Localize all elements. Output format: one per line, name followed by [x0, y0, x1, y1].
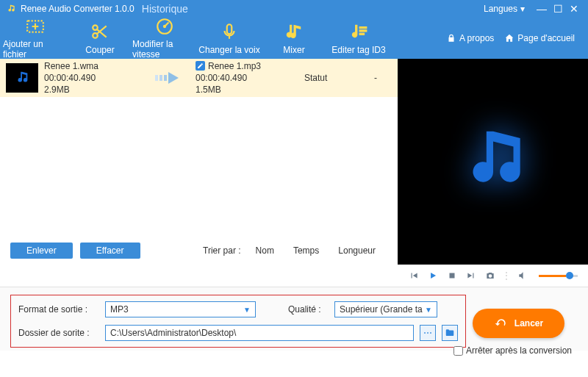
status-header: Statut: [304, 73, 327, 83]
app-title: Renee Audio Converter 1.0.0: [21, 4, 135, 14]
home-icon: [504, 33, 514, 43]
history-link[interactable]: Historique: [142, 3, 188, 15]
snapshot-button[interactable]: [483, 268, 498, 283]
quality-select[interactable]: Supérieur (Grande ta▼: [334, 301, 437, 317]
stop-after-label: Arrêter après la conversion: [466, 345, 572, 356]
film-add-icon: [26, 17, 45, 36]
music-note-icon: [453, 121, 534, 202]
voice-button[interactable]: Changer la voix: [197, 18, 262, 59]
title-bar: Renee Audio Converter 1.0.0 Historique L…: [0, 0, 588, 18]
maximize-button[interactable]: ☐: [550, 3, 566, 15]
main-toolbar: Ajouter un fichier Couper Modifier la vi…: [0, 18, 588, 59]
launch-button[interactable]: Lancer: [473, 309, 564, 338]
source-info: Renee 1.wma 00:00:40.490 2.9MB: [44, 60, 147, 96]
language-menu[interactable]: Langues ▾: [484, 4, 525, 14]
source-filename: Renee 1.wma: [44, 60, 147, 72]
home-link[interactable]: Page d'accueil: [504, 33, 575, 43]
output-folder-input[interactable]: [105, 325, 414, 341]
preview-pane: [398, 59, 588, 265]
sort-by-name[interactable]: Nom: [256, 245, 274, 256]
edit-target-icon[interactable]: [196, 61, 205, 71]
lock-icon: [446, 33, 456, 43]
sort-label: Trier par :: [203, 245, 241, 256]
next-button[interactable]: [464, 268, 478, 283]
list-footer: Enlever Effacer Trier par : Nom Temps Lo…: [0, 243, 398, 259]
format-select[interactable]: MP3▼: [105, 301, 256, 317]
svg-rect-10: [159, 75, 162, 81]
stop-button[interactable]: [445, 268, 459, 283]
file-row[interactable]: Renee 1.wma 00:00:40.490 2.9MB Renee 1.m…: [0, 59, 398, 97]
volume-slider[interactable]: [539, 275, 578, 277]
volume-icon[interactable]: [515, 268, 530, 283]
player-bar: ⋮: [0, 265, 588, 287]
close-button[interactable]: ✕: [566, 3, 582, 15]
more-folder-button[interactable]: ⋯: [420, 325, 436, 341]
gauge-icon: [155, 17, 174, 36]
scissors-icon: [90, 21, 110, 42]
svg-rect-12: [450, 273, 455, 279]
target-filename: Renee 1.mp3: [208, 60, 261, 72]
chevron-down-icon: ▼: [243, 306, 251, 314]
svg-rect-8: [359, 33, 365, 35]
source-thumbnail: [6, 63, 38, 93]
folder-icon: [445, 328, 455, 338]
stop-after-input[interactable]: [453, 346, 463, 356]
svg-rect-7: [359, 30, 367, 32]
chevron-down-icon: ▼: [425, 306, 432, 314]
prev-button[interactable]: [406, 268, 421, 283]
mixer-button[interactable]: Mixer: [262, 18, 326, 59]
tag-note-icon: [349, 21, 368, 42]
app-logo-icon: [6, 4, 16, 14]
file-list-pane: Renee 1.wma 00:00:40.490 2.9MB Renee 1.m…: [0, 59, 398, 265]
refresh-icon: [494, 316, 509, 331]
convert-arrow-icon: [153, 71, 190, 85]
options-highlight-box: Format de sortie : MP3▼ Qualité : Supéri…: [10, 295, 466, 348]
sort-by-length[interactable]: Longueur: [338, 245, 376, 256]
source-duration: 00:00:40.490: [44, 72, 147, 84]
chevron-down-icon: ▾: [520, 4, 525, 14]
folder-label: Dossier de sorite :: [18, 328, 99, 338]
minimize-button[interactable]: —: [534, 3, 550, 15]
add-file-button[interactable]: Ajouter un fichier: [3, 18, 68, 59]
language-label: Langues: [484, 4, 517, 14]
cut-button[interactable]: Couper: [68, 18, 132, 59]
remove-button[interactable]: Enlever: [10, 243, 73, 259]
edit-tag-button[interactable]: Editer tag ID3: [326, 18, 391, 59]
browse-folder-button[interactable]: [442, 325, 458, 341]
sort-by-time[interactable]: Temps: [293, 245, 319, 256]
main-area: Renee 1.wma 00:00:40.490 2.9MB Renee 1.m…: [0, 59, 588, 265]
microphone-icon: [220, 21, 239, 42]
speed-button[interactable]: Modifier la vitesse: [132, 18, 197, 59]
target-size: 1.5MB: [196, 84, 298, 96]
clear-button[interactable]: Effacer: [80, 243, 140, 259]
target-info: Renee 1.mp3 00:00:40.490 1.5MB: [196, 60, 298, 96]
mixer-icon: [284, 21, 304, 42]
quality-label: Qualité :: [288, 304, 329, 315]
status-value: -: [374, 73, 377, 83]
svg-rect-6: [359, 27, 367, 29]
about-link[interactable]: A propos: [446, 33, 494, 43]
svg-rect-5: [227, 24, 232, 34]
target-duration: 00:00:40.490: [196, 72, 298, 84]
source-size: 2.9MB: [44, 84, 147, 96]
format-label: Format de sortie :: [18, 304, 99, 315]
stop-after-checkbox[interactable]: Arrêter après la conversion: [453, 345, 572, 356]
svg-point-4: [163, 25, 165, 27]
play-button[interactable]: [426, 268, 440, 283]
svg-rect-11: [164, 75, 167, 81]
svg-rect-9: [155, 75, 158, 81]
